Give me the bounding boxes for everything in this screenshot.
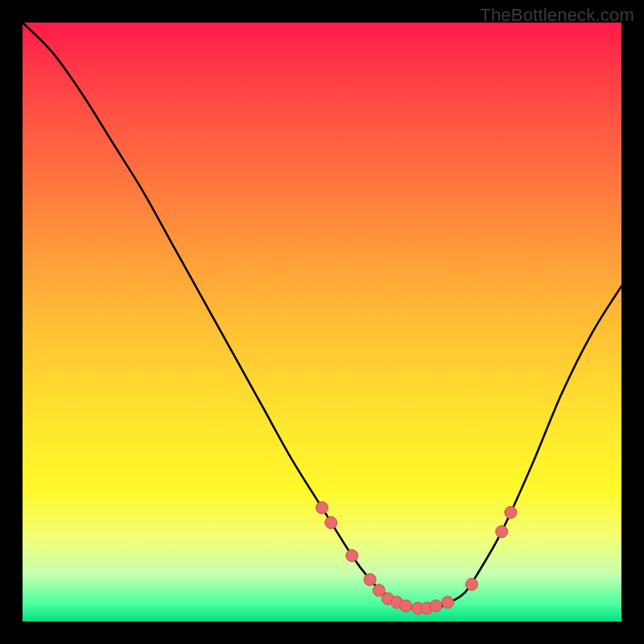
plot-area bbox=[23, 23, 621, 621]
curve-marker bbox=[400, 600, 412, 612]
outer-frame: TheBottleneck.com bbox=[0, 0, 644, 644]
curve-marker bbox=[325, 517, 337, 529]
curve-marker bbox=[346, 550, 358, 562]
curve-marker bbox=[364, 573, 376, 585]
bottleneck-curve bbox=[23, 23, 621, 610]
curve-marker bbox=[442, 597, 454, 609]
curve-marker bbox=[316, 502, 328, 514]
watermark-text: TheBottleneck.com bbox=[480, 5, 634, 26]
curve-marker bbox=[430, 600, 442, 612]
curve-marker bbox=[505, 506, 517, 518]
curve-marker bbox=[466, 578, 478, 590]
chart-svg bbox=[23, 23, 621, 621]
curve-marker bbox=[496, 526, 508, 538]
